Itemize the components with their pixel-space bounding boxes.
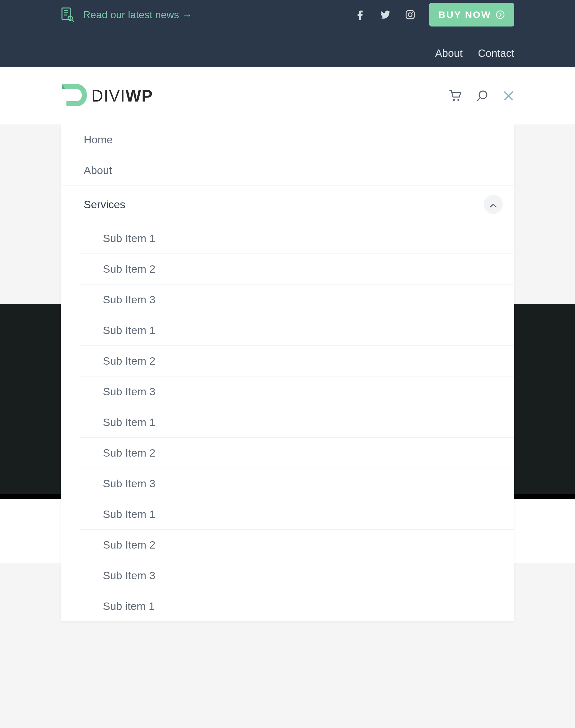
logo-mark-icon: [61, 81, 90, 110]
submenu-item-label: Sub Item 1: [103, 232, 155, 245]
logo[interactable]: DIVIWP: [61, 81, 153, 110]
collapse-toggle[interactable]: [484, 195, 503, 214]
submenu-item[interactable]: Sub Item 1: [80, 315, 514, 345]
submenu-item-label: Sub Item 1: [103, 324, 155, 336]
logo-text: DIVIWP: [91, 86, 153, 105]
cart-icon[interactable]: [448, 89, 462, 102]
submenu-item[interactable]: Sub Item 2: [80, 530, 514, 560]
submenu-item-label: Sub Item 1: [103, 416, 155, 429]
news-link-label: Read our latest news →: [83, 9, 192, 21]
secondary-nav-contact[interactable]: Contact: [478, 47, 514, 60]
svg-point-8: [412, 12, 413, 13]
chevron-up-icon: [489, 198, 497, 211]
submenu-item-label: Sub Item 3: [103, 569, 155, 582]
twitter-icon[interactable]: [379, 9, 391, 20]
svg-point-9: [497, 11, 504, 19]
svg-line-5: [72, 20, 74, 22]
submenu-item-label: Sub Item 3: [103, 477, 155, 490]
instagram-icon[interactable]: [405, 9, 416, 20]
submenu-item-label: Sub Item 3: [103, 293, 155, 306]
search-icon[interactable]: [476, 89, 489, 102]
chevron-right-circle-icon: [496, 10, 505, 19]
navbar: DIVIWP Home About Services: [0, 67, 575, 125]
submenu-item[interactable]: Sub Item 2: [80, 254, 514, 284]
buy-now-label: BUY NOW: [439, 9, 491, 20]
submenu-item-label: Sub item 1: [103, 600, 155, 612]
submenu-item-label: Sub Item 3: [103, 386, 155, 398]
document-search-icon: [61, 7, 74, 22]
submenu-item[interactable]: Sub Item 1: [80, 499, 514, 530]
menu-item-services[interactable]: Services: [61, 185, 514, 223]
svg-line-13: [478, 98, 480, 101]
secondary-nav-about[interactable]: About: [435, 47, 463, 60]
submenu-item[interactable]: Sub item 1: [80, 591, 514, 621]
submenu-item[interactable]: Sub Item 1: [80, 223, 514, 254]
submenu-item[interactable]: Sub Item 3: [80, 560, 514, 591]
buy-now-button[interactable]: BUY NOW: [429, 3, 514, 27]
svg-point-10: [453, 99, 455, 101]
svg-rect-0: [62, 8, 70, 20]
close-icon[interactable]: [503, 90, 514, 102]
menu-item-label: Home: [84, 134, 113, 146]
submenu-item-label: Sub Item 1: [103, 508, 155, 520]
mobile-menu-panel: Home About Services Sub Item 1 Sub Item …: [61, 124, 514, 621]
submenu-services: Sub Item 1 Sub Item 2 Sub Item 3 Sub Ite…: [61, 223, 514, 621]
submenu-item-label: Sub Item 2: [103, 447, 155, 459]
submenu-item[interactable]: Sub Item 2: [80, 345, 514, 376]
submenu-item[interactable]: Sub Item 3: [80, 376, 514, 407]
nav-icons: [448, 89, 514, 102]
secondary-nav: About Contact: [61, 47, 514, 60]
submenu-item[interactable]: Sub Item 2: [80, 437, 514, 468]
submenu-item[interactable]: Sub Item 3: [80, 468, 514, 499]
menu-item-about[interactable]: About: [61, 155, 514, 185]
menu-item-label: Services: [84, 198, 125, 211]
svg-point-7: [408, 13, 412, 16]
submenu-item[interactable]: Sub Item 1: [80, 407, 514, 437]
submenu-item-label: Sub Item 2: [103, 539, 155, 551]
svg-point-11: [458, 99, 460, 101]
menu-item-home[interactable]: Home: [61, 124, 514, 155]
submenu-item[interactable]: Sub Item 3: [80, 284, 514, 315]
facebook-icon[interactable]: [355, 9, 366, 20]
submenu-item-label: Sub Item 2: [103, 355, 155, 367]
submenu-item-label: Sub Item 2: [103, 263, 155, 275]
topbar: Read our latest news → BUY NOW: [0, 0, 575, 67]
menu-item-label: About: [84, 164, 112, 177]
social-icons: [355, 9, 416, 20]
news-link[interactable]: Read our latest news →: [61, 7, 192, 22]
